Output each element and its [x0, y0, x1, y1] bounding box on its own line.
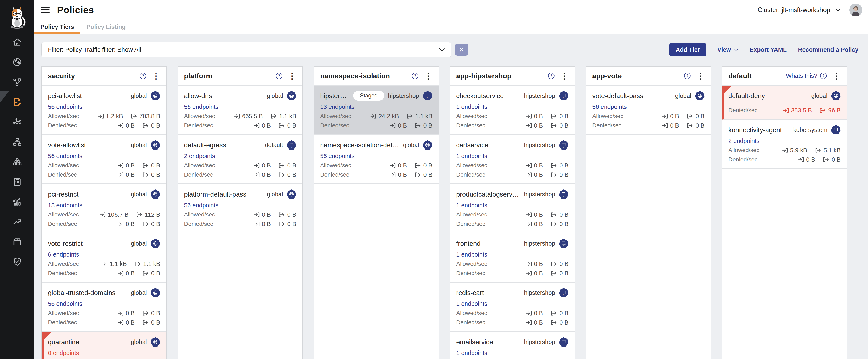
view-dropdown[interactable]: View — [717, 46, 739, 53]
endpoints-link[interactable]: 56 endpoints — [48, 300, 82, 307]
policy-card[interactable]: quarantine global 0 endpoints — [42, 332, 166, 359]
sidebar-item-honeycomb[interactable] — [0, 152, 34, 172]
endpoints-link[interactable]: 56 endpoints — [592, 104, 627, 110]
add-tier-button[interactable]: Add Tier — [670, 43, 706, 56]
policy-card[interactable]: productcatalogservice hipstershop ns 1 e… — [450, 184, 575, 233]
stat-label: Denied/sec — [456, 122, 485, 129]
policy-card[interactable]: konnectivity-agent kube-system ns 2 endp… — [722, 120, 847, 169]
policy-card[interactable]: redis-cart hipstershop ns 1 endpoints Al… — [450, 282, 575, 332]
stat-label: Allowed/sec — [592, 113, 623, 119]
sidebar-item-molecule[interactable] — [0, 112, 34, 132]
kebab-menu-icon[interactable]: ⋮ — [288, 72, 296, 80]
endpoints-link[interactable]: 1 endpoints — [456, 350, 487, 356]
sidebar-item-clipboard[interactable] — [0, 172, 34, 192]
svg-text:?: ? — [142, 74, 144, 78]
whats-this-link[interactable]: ? — [137, 72, 147, 79]
whats-this-link[interactable]: ? — [273, 72, 283, 79]
kebab-menu-icon[interactable]: ⋮ — [152, 72, 160, 80]
sidebar-item-document-edit[interactable] — [0, 92, 34, 112]
sidebar-item-shield-check[interactable] — [0, 252, 34, 272]
endpoints-link[interactable]: 56 endpoints — [184, 202, 218, 209]
tab-policy-tiers[interactable]: Policy Tiers — [34, 20, 80, 34]
clear-filter-button[interactable]: ✕ — [455, 44, 468, 56]
kebab-menu-icon[interactable]: ⋮ — [560, 72, 568, 80]
outbound-traffic-icon — [135, 261, 141, 267]
policy-card[interactable]: checkoutservice hipstershop ns 1 endpoin… — [450, 86, 575, 135]
policy-card[interactable]: cartservice hipstershop ns 1 endpoints A… — [450, 135, 575, 184]
policy-card[interactable]: emailservice hipstershop ns 1 endpoints … — [450, 332, 575, 359]
policy-card[interactable]: namespace-isolation-default-p… global 56… — [314, 135, 439, 184]
kebab-menu-icon[interactable]: ⋮ — [424, 72, 432, 80]
sidebar-item-home[interactable] — [0, 33, 34, 53]
endpoints-link[interactable]: 13 endpoints — [48, 202, 82, 209]
policy-card[interactable]: vote-restrict global 6 endpoints Allowed… — [42, 233, 166, 282]
policy-card[interactable]: default-deny global Denied/sec 353.5 B 9… — [722, 86, 847, 120]
endpoints-link[interactable]: 1 endpoints — [456, 153, 487, 159]
help-icon: ? — [140, 72, 147, 79]
namespace-scope-icon: ns — [424, 92, 431, 99]
endpoints-link[interactable]: 1 endpoints — [456, 202, 487, 209]
toolbar-actions: Add Tier View Export YAML Recommend a Po… — [670, 43, 859, 56]
policy-name: allow-dns — [184, 92, 212, 100]
endpoints-link[interactable]: 2 endpoints — [184, 153, 215, 159]
inbound-traffic-icon — [526, 221, 532, 227]
endpoints-link[interactable]: 56 endpoints — [48, 104, 82, 110]
sidebar-item-trending-up[interactable] — [0, 212, 34, 232]
inbound-traffic-icon — [390, 122, 396, 129]
policy-card[interactable]: pci-allowlist global 56 endpoints Allowe… — [42, 86, 166, 135]
tab-policy-listing[interactable]: Policy Listing — [80, 20, 132, 34]
policy-card[interactable]: default-egress default ns 2 endpoints Al… — [178, 135, 303, 184]
sidebar-item-package[interactable] — [0, 232, 34, 252]
sidebar-item-hierarchy[interactable] — [0, 132, 34, 152]
policy-card[interactable]: platform-default-pass global 56 endpoint… — [178, 184, 303, 233]
sidebar-item-gauge[interactable] — [0, 53, 34, 73]
endpoints-link[interactable]: 56 endpoints — [320, 153, 354, 159]
hamburger-menu-icon[interactable] — [41, 5, 50, 14]
stat-row: Denied/sec 0 B 0 B — [184, 221, 296, 227]
whats-this-link[interactable]: ? — [681, 72, 691, 79]
kebab-menu-icon[interactable]: ⋮ — [696, 72, 705, 80]
outbound-traffic-icon — [551, 310, 557, 316]
endpoints-link[interactable]: 2 endpoints — [728, 138, 760, 144]
namespace-scope-icon: ns — [287, 140, 296, 150]
endpoints-link[interactable]: 13 endpoints — [320, 104, 354, 110]
kebab-menu-icon[interactable]: ⋮ — [832, 72, 841, 80]
endpoints-link[interactable]: 56 endpoints — [48, 153, 82, 159]
stat-value-out: 0 B — [559, 319, 568, 326]
endpoints-link[interactable]: 56 endpoints — [184, 104, 218, 110]
global-scope-icon — [152, 92, 159, 99]
tier-header: platform ? ⋮ — [178, 67, 303, 86]
stat-value-in: 0 B — [126, 270, 135, 277]
export-yaml-button[interactable]: Export YAML — [749, 46, 787, 53]
policy-card[interactable]: vote-allowlist global 56 endpoints Allow… — [42, 135, 166, 184]
endpoints-link[interactable]: 6 endpoints — [48, 251, 79, 258]
stat-value-in: 0 B — [126, 171, 135, 178]
stat-row: Denied/sec 0 B 0 B — [456, 171, 568, 178]
whats-this-link[interactable]: ? — [545, 72, 555, 79]
whats-this-link[interactable]: Whats this? ? — [786, 72, 827, 79]
cluster-selector[interactable]: Cluster: jlt-msft-workshop — [757, 6, 841, 14]
sidebar-item-bar-chart[interactable] — [0, 192, 34, 212]
endpoints-link[interactable]: 1 endpoints — [456, 104, 487, 110]
recommend-policy-button[interactable]: Recommend a Policy — [798, 46, 859, 53]
sidebar-item-node-link[interactable] — [0, 73, 34, 92]
global-scope-icon — [424, 142, 431, 148]
policy-card[interactable]: hipstershop-gh… Staged hipstershop ns 13… — [314, 86, 439, 135]
policy-card[interactable]: global-trusted-domains global 56 endpoin… — [42, 282, 166, 332]
stat-label: Denied/sec — [456, 221, 485, 227]
policy-card[interactable]: allow-dns global 56 endpoints Allowed/se… — [178, 86, 303, 135]
stat-label: Denied/sec — [320, 122, 349, 129]
outbound-traffic-icon — [551, 212, 557, 218]
endpoints-link[interactable]: 1 endpoints — [456, 300, 487, 307]
policy-card[interactable]: frontend hipstershop ns 1 endpoints Allo… — [450, 233, 575, 282]
policy-card[interactable]: vote-default-pass global 56 endpoints Al… — [586, 86, 711, 135]
policy-card[interactable]: pci-restrict global 13 endpoints Allowed… — [42, 184, 166, 233]
avatar[interactable] — [849, 3, 862, 17]
stat-row: Allowed/sec 0 B 0 B — [184, 211, 296, 218]
global-scope-icon — [287, 190, 296, 199]
policy-name: konnectivity-agent — [728, 126, 782, 134]
policy-traffic-filter-dropdown[interactable]: Filter: Policy Traffic filter: Show All — [41, 42, 451, 57]
whats-this-link[interactable]: ? — [409, 72, 418, 79]
endpoints-link[interactable]: 0 endpoints — [48, 350, 79, 356]
endpoints-link[interactable]: 1 endpoints — [456, 251, 487, 258]
